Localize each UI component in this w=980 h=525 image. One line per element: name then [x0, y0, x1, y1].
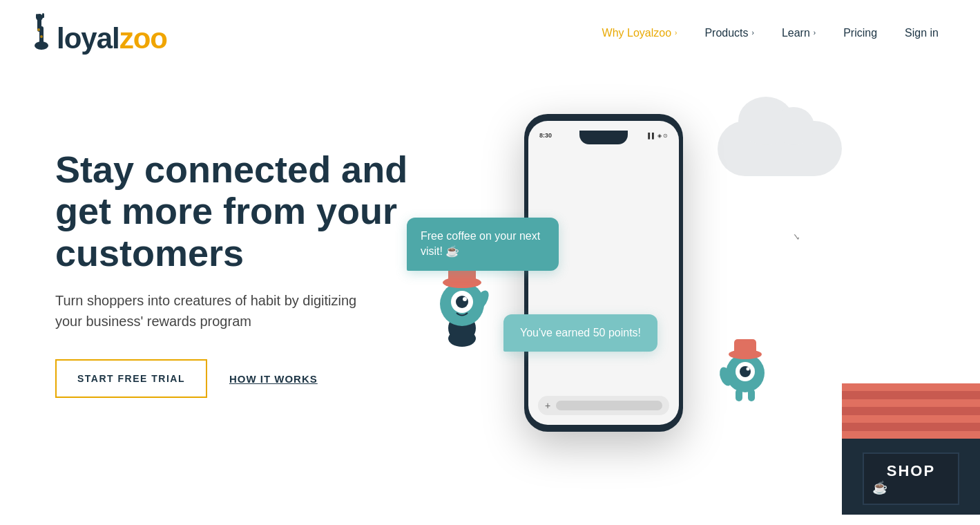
hero-section: Stay connected and get more from your cu…: [0, 66, 980, 515]
phone-frame: 8:30 ▌▌ ◈ ⊙ +: [524, 114, 683, 432]
bird-decoration: ✓: [792, 231, 800, 242]
how-it-works-button[interactable]: HOW IT WORKS: [229, 373, 318, 385]
shop-sign-text: SHOP: [872, 462, 950, 480]
svg-rect-24: [748, 389, 755, 401]
chat-plus-icon: +: [545, 400, 550, 411]
message-bubble-2: You've earned 50 points!: [503, 314, 657, 352]
roof-stripe-2: [842, 407, 980, 415]
phone-screen: 8:30 ▌▌ ◈ ⊙ +: [528, 121, 679, 425]
nav-item-pricing[interactable]: Pricing: [843, 27, 877, 39]
svg-point-13: [463, 297, 467, 301]
nav-item-why-loyalzoo[interactable]: Why Loyalzoo ›: [602, 27, 678, 39]
hero-left: Stay connected and get more from your cu…: [55, 107, 442, 515]
logo[interactable]: loyalzoo: [28, 12, 167, 53]
svg-point-5: [40, 35, 43, 38]
coffee-icon: ☕: [872, 480, 887, 495]
cloud-decoration: [704, 121, 856, 176]
nav-item-signin[interactable]: Sign in: [905, 27, 939, 39]
chat-input-placeholder: [556, 401, 662, 410]
phone-device: 8:30 ▌▌ ◈ ⊙ +: [524, 114, 683, 432]
chevron-down-icon: ›: [814, 29, 816, 37]
nav-item-learn[interactable]: Learn ›: [782, 27, 816, 39]
svg-point-4: [37, 28, 40, 31]
chevron-down-icon: ›: [752, 29, 754, 37]
shop-building: SHOP ☕: [842, 383, 980, 515]
hero-buttons: START FREE TRIAL HOW IT WORKS: [55, 359, 442, 398]
monster-character-2: [711, 321, 780, 404]
shop-body: SHOP ☕: [842, 439, 980, 515]
start-free-trial-button[interactable]: START FREE TRIAL: [55, 359, 207, 398]
hero-illustration: ✓ Free coffee on your next visit! ☕ You'…: [372, 107, 980, 515]
logo-giraffe-icon: [28, 12, 55, 50]
message-bubble-1: Free coffee on your next visit! ☕: [407, 218, 559, 271]
chevron-down-icon: ›: [675, 29, 677, 37]
nav-label-products: Products: [704, 27, 748, 39]
svg-rect-7: [42, 13, 44, 18]
phone-time: 8:30: [539, 132, 552, 139]
shop-roof: [842, 383, 980, 439]
hero-subheading: Turn shoppers into creatures of habit by…: [55, 290, 387, 332]
svg-rect-6: [36, 14, 38, 18]
shop-sign: SHOP ☕: [863, 452, 959, 505]
svg-point-22: [747, 368, 750, 371]
nav-label-signin: Sign in: [905, 27, 939, 39]
cloud-shape: [718, 121, 842, 176]
svg-rect-19: [734, 339, 756, 356]
nav-label-learn: Learn: [782, 27, 810, 39]
logo-zoo-text: zoo: [119, 24, 167, 53]
svg-point-12: [456, 296, 468, 308]
svg-rect-23: [736, 389, 742, 401]
phone-notch: [579, 131, 628, 144]
hero-heading: Stay connected and get more from your cu…: [55, 149, 442, 274]
nav-item-products[interactable]: Products ›: [704, 27, 753, 39]
logo-loyal-text: loyal: [57, 24, 119, 53]
site-header: loyalzoo Why Loyalzoo › Products › Learn…: [0, 0, 980, 66]
roof-stripe-1: [842, 391, 980, 399]
nav-label-why-loyalzoo: Why Loyalzoo: [602, 27, 672, 39]
main-nav: Why Loyalzoo › Products › Learn › Pricin…: [602, 27, 939, 39]
roof-stripe-3: [842, 423, 980, 431]
phone-status-icons: ▌▌ ◈ ⊙: [648, 133, 668, 139]
shop-icon-row: ☕: [872, 480, 950, 495]
nav-label-pricing: Pricing: [843, 27, 877, 39]
chat-input-bar: +: [538, 396, 669, 415]
